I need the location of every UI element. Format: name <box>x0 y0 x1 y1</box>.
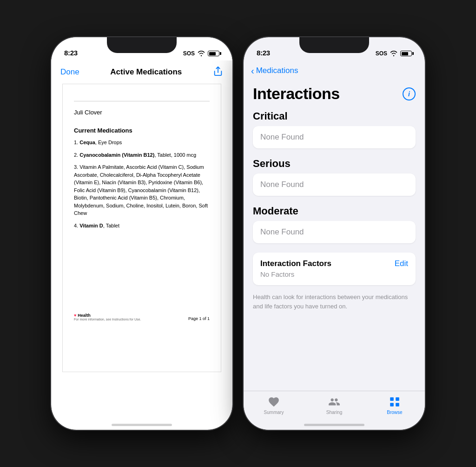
medications-section-title: Current Medications <box>74 127 210 134</box>
tab-browse-label: Browse <box>387 410 402 415</box>
info-button[interactable]: i <box>403 87 416 100</box>
moderate-result-card: None Found <box>253 221 416 243</box>
factors-title: Interaction Factors <box>260 259 331 268</box>
browse-icon <box>389 396 401 408</box>
interaction-factors-card: Interaction Factors Edit No Factors <box>253 253 416 285</box>
nav-bar-left: Done Active Medications <box>51 60 232 84</box>
left-phone: 8:23 SOS Done Active Medications <box>51 37 232 430</box>
nav-bar-right: ‹ Medications <box>244 60 425 81</box>
health-logo: ♥ Health <box>74 313 141 318</box>
medication-item-4: 4. Vitamin D, Tablet <box>74 222 210 230</box>
tab-summary[interactable]: Summary <box>244 396 304 415</box>
svg-rect-4 <box>396 403 399 407</box>
svg-rect-1 <box>390 397 394 401</box>
serious-result-card: None Found <box>253 173 416 196</box>
factors-description: Health can look for interactions between… <box>244 293 425 311</box>
svg-rect-3 <box>390 403 394 407</box>
critical-result-text: None Found <box>260 133 304 141</box>
status-icons-left: SOS <box>183 50 219 57</box>
medication-document: Juli Clover Current Medications 1. Cequa… <box>62 84 221 372</box>
status-time-left: 8:23 <box>64 49 78 57</box>
sos-label-right: SOS <box>376 50 387 57</box>
tab-sharing[interactable]: Sharing <box>304 396 364 415</box>
tab-summary-label: Summary <box>264 410 284 415</box>
serious-result-text: None Found <box>260 180 304 189</box>
status-time-right: 8:23 <box>257 49 270 57</box>
back-chevron-icon: ‹ <box>251 66 254 76</box>
battery-icon-right <box>400 51 412 56</box>
interactions-header: Interactions i <box>244 81 425 110</box>
page-footer: ♥ Health For more information, see Instr… <box>74 313 210 321</box>
medication-item-3: 3. Vitamin A Palmitate, Ascorbic Acid (V… <box>74 163 210 217</box>
battery-icon-left <box>208 51 219 56</box>
factors-subtitle: No Factors <box>260 270 294 278</box>
critical-result-card: None Found <box>253 126 416 148</box>
health-heart-icon: ♥ <box>74 313 76 318</box>
critical-label: Critical <box>253 110 416 122</box>
health-label: Health <box>78 313 91 318</box>
wifi-icon-left <box>198 51 205 56</box>
serious-section: Serious None Found <box>244 158 425 196</box>
status-icons-right: SOS <box>376 50 412 57</box>
home-indicator-left <box>112 424 172 426</box>
critical-section: Critical None Found <box>244 110 425 148</box>
moderate-label: Moderate <box>253 205 416 217</box>
serious-label: Serious <box>253 158 416 170</box>
interactions-title: Interactions <box>253 85 340 103</box>
tab-sharing-label: Sharing <box>326 410 342 415</box>
share-button[interactable] <box>213 66 223 79</box>
tab-browse[interactable]: Browse <box>364 396 425 415</box>
right-phone: 8:23 SOS ‹ Medications <box>244 37 425 430</box>
sos-label-left: SOS <box>183 50 195 57</box>
medication-item-2: 2. Cyanocobalamin (Vitamin B12), Tablet,… <box>74 151 210 159</box>
back-label: Medications <box>256 66 298 75</box>
factors-edit-button[interactable]: Edit <box>395 259 408 268</box>
moderate-result-text: None Found <box>260 227 304 236</box>
done-button[interactable]: Done <box>60 67 79 77</box>
summary-icon <box>268 396 280 408</box>
nav-title-left: Active Medications <box>79 67 213 77</box>
moderate-section: Moderate None Found <box>244 205 425 243</box>
home-indicator-right <box>304 424 364 426</box>
footer-instructions: For more information, see Instructions f… <box>74 318 141 321</box>
page-number: Page 1 of 1 <box>188 316 210 321</box>
svg-rect-2 <box>396 397 399 401</box>
wifi-icon-right <box>390 51 397 56</box>
patient-name: Juli Clover <box>74 109 210 116</box>
sharing-icon <box>328 396 340 408</box>
back-button[interactable]: ‹ Medications <box>251 66 298 76</box>
medication-item-1: 1. Cequa, Eye Drops <box>74 139 210 147</box>
